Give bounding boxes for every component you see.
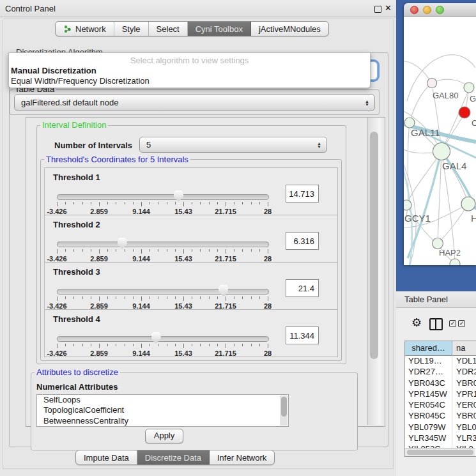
checkbox-icon[interactable]: ✓ [458, 320, 465, 327]
table-row[interactable]: YER054CYER0 [405, 399, 476, 410]
slider-track[interactable] [57, 194, 269, 200]
tab-style[interactable]: Style [114, 22, 149, 36]
columns-icon[interactable] [429, 318, 443, 330]
slider-ticks [57, 344, 269, 349]
threshold-value-field[interactable]: 6.316 [286, 232, 319, 250]
threshold-panel-3: Threshold 3-3.4262.8599.14415.4321.71528… [44, 262, 338, 310]
threshold-value-field[interactable]: 14.713 [286, 185, 319, 203]
network-node[interactable] [433, 143, 450, 160]
attribute-list-item[interactable]: SelfLoops [37, 395, 288, 405]
table-hscrollbar-thumb[interactable] [407, 450, 473, 455]
table-row[interactable]: YDL19…YDL1 [405, 355, 476, 366]
table-row[interactable]: YBL079WYBL0 [405, 422, 476, 433]
slider-thumb[interactable] [174, 190, 183, 202]
slider-ticks [57, 249, 269, 254]
zoom-traffic-light-icon[interactable] [436, 6, 444, 14]
tab-label: Infer Network [217, 453, 266, 463]
cell-name: YPR1 [452, 388, 476, 399]
threshold-value-field[interactable]: 21.4 [286, 279, 319, 297]
bottom-tab-bar: Impute Data Discretize Data Infer Networ… [75, 450, 275, 465]
tab-label: Impute Data [84, 453, 129, 463]
slider-track[interactable] [57, 242, 269, 247]
table-row[interactable]: YDR27…YDR2 [405, 366, 476, 377]
network-node[interactable] [461, 197, 475, 211]
attribute-list-item[interactable]: TopologicalCoefficient [37, 405, 288, 415]
minimize-traffic-light-icon[interactable] [423, 6, 431, 14]
network-node-label: GAL80 [433, 91, 458, 100]
threshold-label: Threshold 4 [53, 314, 100, 324]
combo-stepper-icon: ▲▼ [317, 142, 326, 148]
slider-track[interactable] [57, 336, 269, 342]
threshold-panel-1: Threshold 1-3.4262.8599.14415.4321.71528… [44, 167, 338, 215]
network-node-label: GAL4 [442, 160, 466, 171]
network-window-titlebar[interactable] [404, 3, 476, 17]
cell-shared-name: YLR345W [405, 433, 452, 443]
network-node-label: GA [470, 94, 476, 104]
gear-icon[interactable]: ⚙ [411, 316, 422, 330]
table-row[interactable]: YLR345WYLR3 [405, 433, 476, 443]
apply-button[interactable]: Apply [145, 429, 183, 443]
network-edge[interactable] [432, 79, 468, 87]
tab-label: jActiveMNodules [259, 24, 321, 34]
table-hscrollbar-track[interactable] [405, 448, 475, 456]
settings-scrollbar-thumb[interactable] [370, 132, 378, 359]
column-header-shared-name[interactable]: shared… [405, 341, 452, 355]
slider-thumb[interactable] [118, 238, 127, 249]
threshold-value-field[interactable]: 11.344 [286, 326, 319, 344]
table-data-combo[interactable]: galFiltered.sif default node ▲▼ [14, 94, 375, 111]
slider-scale-label: 28 [264, 349, 272, 357]
network-node-label: HAP2 [439, 248, 461, 257]
close-traffic-light-icon[interactable] [410, 6, 418, 14]
tab-label: Select [157, 24, 180, 34]
top-tab-bar: Network Style Select Cyni Toolbox jActiv… [55, 21, 329, 36]
table-row[interactable]: YPR145WYPR1 [405, 388, 476, 399]
network-node[interactable] [450, 259, 460, 265]
close-icon[interactable]: ✕ [385, 3, 392, 13]
network-node[interactable] [459, 107, 470, 118]
cell-name: YDR2 [452, 366, 476, 377]
cell-shared-name: YDL19… [405, 355, 452, 366]
slider-ticks [57, 202, 269, 207]
dropdown-prompt: Select algorithm to view settings [9, 56, 370, 65]
slider-track[interactable] [57, 289, 269, 295]
numerical-attributes-label: Numerical Attributes [36, 382, 118, 392]
network-canvas[interactable]: GAL80GACGAL11GAL4GCY1HHAP2 [404, 17, 476, 265]
tab-infer-network[interactable]: Infer Network [210, 450, 274, 464]
network-node[interactable] [427, 79, 437, 88]
number-of-intervals-combo[interactable]: 5 ▲▼ [139, 137, 327, 153]
attribute-list-item[interactable]: BetweennessCentrality [37, 416, 288, 426]
table-row[interactable]: YBR045CYBR0 [405, 410, 476, 421]
network-node[interactable] [433, 238, 443, 249]
checkbox-icon[interactable]: ✓ [449, 320, 456, 327]
network-edge[interactable] [407, 151, 441, 204]
slider-thumb[interactable] [219, 285, 228, 296]
threshold-label: Threshold 1 [53, 173, 100, 182]
network-node-label: C [472, 118, 476, 128]
threshold-panel-4: Threshold 4-3.4262.8599.14415.4321.71528… [44, 309, 338, 357]
float-window-icon[interactable] [374, 6, 381, 13]
tab-jactivemnodules[interactable]: jActiveMNodules [251, 22, 328, 36]
thresholds-group-label: Threshold's Coordinates for 5 Intervals [44, 155, 190, 164]
column-header-name[interactable]: na [452, 341, 476, 355]
node-attribute-table: shared… na YDL19…YDL1YDR27…YDR2YBR043CYB… [404, 341, 476, 457]
network-node[interactable] [464, 82, 474, 93]
slider-scale-label: 21.715 [215, 349, 236, 357]
network-node[interactable] [404, 200, 411, 210]
slider-ticks [57, 296, 269, 302]
table-row[interactable]: YBR043CYBR0 [405, 378, 476, 388]
tab-select[interactable]: Select [149, 22, 188, 36]
tab-impute-data[interactable]: Impute Data [76, 450, 137, 464]
attributes-scrollbar-thumb[interactable] [281, 397, 287, 417]
network-graph: GAL80GACGAL11GAL4GCY1HHAP2 [404, 17, 476, 265]
number-of-intervals-label: Number of Intervals [54, 141, 132, 150]
cell-shared-name: YDR27… [405, 366, 452, 377]
combo-stepper-icon: ▲▼ [365, 100, 374, 106]
dropdown-item-manual-discretization[interactable]: Manual Discretization [11, 66, 96, 75]
dropdown-item-equal-width-frequency[interactable]: Equal Width/Frequency Discretization [11, 76, 150, 86]
tab-cyni-toolbox[interactable]: Cyni Toolbox [188, 22, 251, 36]
tab-discretize-data[interactable]: Discretize Data [137, 450, 210, 464]
network-node[interactable] [404, 118, 415, 128]
slider-thumb[interactable] [151, 332, 161, 344]
tab-network[interactable]: Network [56, 22, 114, 36]
attributes-scrollbar-track[interactable] [280, 395, 288, 426]
